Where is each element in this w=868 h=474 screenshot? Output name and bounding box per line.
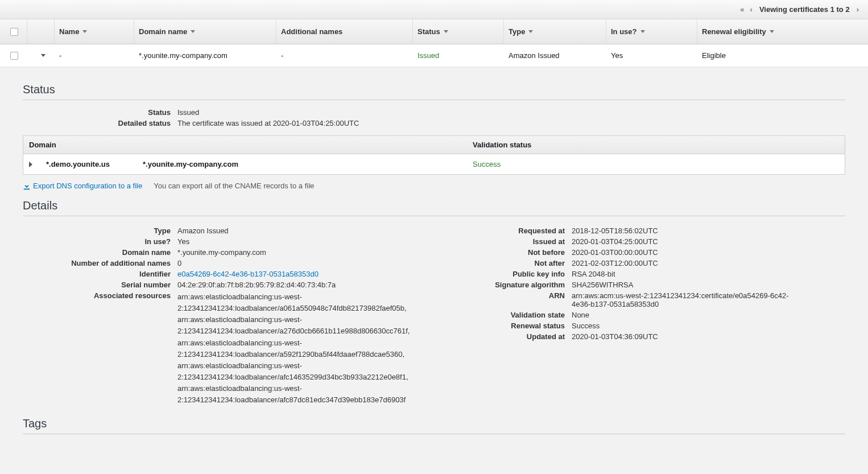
cell-in-use: Yes — [606, 51, 697, 60]
cell-renewal-eligibility: Eligible — [697, 51, 845, 60]
validation-domain-header: Domain — [29, 141, 473, 149]
detail-type-label: Type — [23, 226, 171, 235]
pager-prev-icon[interactable]: ‹ — [750, 5, 753, 14]
detail-requested-label: Requested at — [445, 226, 565, 235]
sort-caret-icon — [528, 30, 533, 33]
detail-assoc-value: arn:aws:elasticloadbalancing:us-west-2:1… — [177, 291, 422, 406]
column-additional-names[interactable]: Additional names — [276, 19, 413, 44]
detail-domain-label: Domain name — [23, 248, 171, 257]
detailed-status-label: Detailed status — [23, 119, 171, 127]
validation-domain2: *.younite.my-company.com — [143, 160, 473, 168]
detail-pane: Status Status Issued Detailed status The… — [0, 67, 868, 465]
detail-identifier-label: Identifier — [23, 270, 171, 278]
detail-pubkey-value: RSA 2048-bit — [572, 270, 845, 278]
detail-arn-value: arn:aws:acm:us-west-2:123412341234:certi… — [572, 291, 805, 308]
validation-row: *.demo.younite.us *.younite.my-company.c… — [23, 154, 845, 174]
detail-notbefore-label: Not before — [445, 248, 565, 257]
cell-name: - — [55, 51, 134, 60]
row-checkbox[interactable] — [10, 52, 18, 60]
detail-requested-value: 2018-12-05T18:56:02UTC — [572, 226, 845, 235]
detail-notbefore-value: 2020-01-03T00:00:00UTC — [572, 248, 845, 257]
column-status[interactable]: Status — [413, 19, 504, 44]
export-hint: You can export all of the CNAME records … — [154, 182, 314, 190]
detail-sigalg-label: Signature algorithm — [445, 281, 565, 289]
validation-table: Domain Validation status *.demo.younite.… — [23, 135, 845, 175]
sort-caret-icon — [640, 30, 645, 33]
column-status-label: Status — [418, 27, 440, 36]
column-renewal-label: Renewal eligibility — [702, 27, 766, 36]
detail-notafter-label: Not after — [445, 259, 565, 267]
detail-serial-value: 04:2e:29:0f:ab:7f:b8:2b:95:79:82:d4:40:7… — [177, 281, 423, 289]
cell-domain-name: *.younite.my-company.com — [134, 51, 276, 60]
detail-updated-value: 2020-01-03T04:36:09UTC — [572, 332, 845, 341]
validation-domain1: *.demo.younite.us — [46, 160, 143, 168]
column-additional-names-label: Additional names — [281, 27, 342, 36]
sort-caret-icon — [444, 30, 448, 33]
column-type[interactable]: Type — [504, 19, 606, 44]
detail-sigalg-value: SHA256WITHRSA — [572, 281, 845, 289]
detail-issued-value: 2020-01-03T04:25:00UTC — [572, 237, 845, 246]
certificate-row[interactable]: - *.younite.my-company.com - Issued Amaz… — [0, 44, 868, 67]
column-name-label: Name — [59, 27, 79, 36]
sort-caret-icon — [770, 30, 774, 33]
select-all-cell — [0, 19, 27, 44]
detail-numadditional-label: Number of additional names — [23, 259, 171, 267]
pager-first-icon[interactable]: « — [740, 5, 744, 14]
detail-assoc-label: Associated resources — [23, 291, 171, 406]
validation-expand-icon[interactable] — [29, 162, 32, 167]
column-in-use[interactable]: In use? — [606, 19, 697, 44]
section-title-status: Status — [23, 80, 845, 100]
column-type-label: Type — [509, 27, 525, 36]
export-dns-link[interactable]: Export DNS configuration to a file — [23, 182, 142, 190]
detailed-status-value: The certificate was issued at 2020-01-03… — [177, 119, 845, 127]
column-in-use-label: In use? — [611, 27, 637, 36]
expand-column — [27, 19, 55, 44]
column-renewal-eligibility[interactable]: Renewal eligibility — [697, 19, 845, 44]
detail-issued-label: Issued at — [445, 237, 565, 246]
cell-type: Amazon Issued — [504, 51, 606, 60]
sort-caret-icon — [82, 30, 87, 33]
detail-serial-label: Serial number — [23, 281, 171, 289]
detail-pubkey-label: Public key info — [445, 270, 565, 278]
pager-next-icon[interactable]: › — [857, 5, 859, 14]
pager-text: Viewing certificates 1 to 2 — [759, 5, 850, 14]
status-value: Issued — [177, 108, 845, 117]
section-title-details: Details — [23, 196, 845, 216]
detail-renewstatus-value: Success — [572, 322, 845, 330]
section-title-tags: Tags — [23, 414, 845, 434]
detail-notafter-value: 2021-02-03T12:00:00UTC — [572, 259, 845, 267]
validation-status-value: Success — [473, 160, 839, 168]
status-label: Status — [23, 108, 171, 117]
detail-domain-value: *.younite.my-company.com — [177, 248, 423, 257]
pagination-bar: « ‹ Viewing certificates 1 to 2 › — [0, 0, 868, 19]
detail-valstate-label: Validation state — [445, 311, 565, 319]
detail-valstate-value: None — [572, 311, 845, 319]
detail-identifier-value[interactable]: e0a54269-6c42-4e36-b137-0531a58353d0 — [177, 270, 423, 278]
detail-inuse-value: Yes — [177, 237, 423, 246]
certificates-table-header: Name Domain name Additional names Status… — [0, 19, 868, 44]
column-name[interactable]: Name — [55, 19, 134, 44]
detail-numadditional-value: 0 — [177, 259, 423, 267]
cell-additional-names: - — [276, 51, 413, 60]
column-domain-name[interactable]: Domain name — [134, 19, 276, 44]
cell-status: Issued — [413, 51, 504, 60]
column-domain-name-label: Domain name — [139, 27, 187, 36]
row-expand-icon[interactable] — [41, 54, 46, 57]
validation-status-header: Validation status — [473, 141, 839, 149]
sort-caret-icon — [191, 30, 195, 33]
detail-arn-label: ARN — [445, 291, 565, 308]
export-dns-label: Export DNS configuration to a file — [33, 182, 142, 190]
detail-type-value: Amazon Issued — [177, 226, 423, 235]
download-icon — [23, 182, 31, 190]
select-all-checkbox[interactable] — [10, 28, 18, 36]
detail-renewstatus-label: Renewal status — [445, 322, 565, 330]
detail-updated-label: Updated at — [445, 332, 565, 341]
detail-inuse-label: In use? — [23, 237, 171, 246]
